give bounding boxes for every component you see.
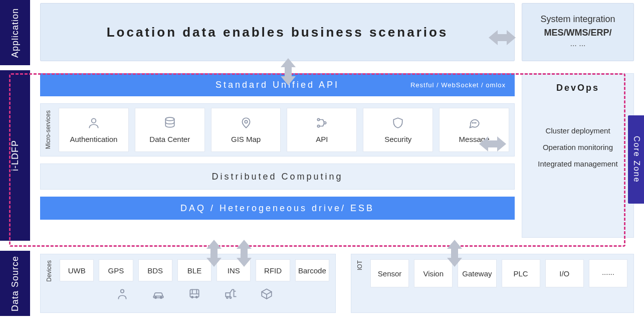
service-card: Security [363,108,433,152]
service-label: Message [459,135,490,143]
service-label: Security [384,135,411,143]
bus-icon [188,287,201,303]
service-label: GIS Map [231,135,261,143]
service-card: API [287,108,357,152]
user-icon [87,116,100,131]
service-card: Authentication [59,108,129,152]
core-zone-tab: Core Zone [628,115,644,204]
layer-label-application: Application [0,0,30,65]
integration-line2: MES/WMS/ERP/ [544,28,611,38]
service-card: Data Center [135,108,205,152]
shield-icon [391,116,404,131]
system-integration-panel: System integration MES/WMS/ERP/ ··· ··· [522,3,634,61]
api-bar-subtitle: Restful / WebSocket / omlox [410,81,506,89]
device-card: BDS [138,259,172,281]
micro-services-label: Micro-services [43,109,54,150]
iot-card: Gateway [458,259,496,287]
svg-point-17 [227,297,228,298]
devops-title: DevOps [556,83,599,93]
api-bar: Standard Unified API Restful / WebSocket… [40,73,515,96]
svg-point-6 [472,122,473,123]
daq-bar-text: DAQ / Heterogeneous drive/ ESB [180,203,374,214]
car-icon [152,287,165,303]
map-pin-icon [240,116,253,131]
chat-icon [468,116,481,131]
svg-point-18 [230,297,231,298]
service-card: Message [439,108,509,152]
svg-rect-16 [226,293,230,297]
iot-card: I/O [545,259,584,287]
service-card: GIS Map [211,108,281,152]
device-card: BLE [177,259,211,281]
svg-point-8 [476,122,476,123]
iot-card: Sensor [370,259,409,287]
device-card: Barcode [295,259,329,281]
devops-item: Cluster deployment [545,126,610,135]
application-headline: Location data enables business scenarios [107,25,449,40]
layer-label-ildfp: i-LDFP [0,70,30,241]
database-icon [163,116,176,131]
application-headline-panel: Location data enables business scenarios [40,3,515,61]
daq-bar: DAQ / Heterogeneous drive/ ESB [40,197,515,220]
micro-services-row: Micro-services Authentication Data Cente… [40,103,515,156]
service-label: Authentication [70,135,117,143]
device-card: GPS [99,259,133,281]
distributed-computing-bar: Distributed Computing [40,164,515,190]
svg-point-1 [165,117,174,121]
devices-panel: Devices UWBGPSBDSBLEINSRFIDBarcode [40,254,336,313]
devops-panel: DevOps Cluster deploymentOperation monit… [522,73,634,238]
layer-label-datasource: Data Source [0,251,30,316]
iot-card: PLC [502,259,540,287]
devops-item: Operation monitoring [543,143,613,151]
device-card: UWB [60,259,94,281]
iot-card: Vision [414,259,453,287]
person-icon [116,287,129,303]
distributed-computing-text: Distributed Computing [211,172,343,182]
device-card: RFID [256,259,290,281]
svg-rect-13 [190,289,198,297]
service-label: API [316,135,328,143]
iot-label: IOT [354,259,365,271]
devices-label: Devices [44,259,55,283]
device-card: INS [217,259,251,281]
integration-line1: System integration [540,14,615,25]
forklift-icon [224,287,237,303]
api-bar-title: Standard Unified API [216,80,339,90]
svg-point-4 [324,122,326,124]
iot-card: ······ [589,259,627,287]
core-zone-label: Core Zone [632,136,641,183]
svg-point-0 [92,118,96,123]
iot-panel: IOT SensorVisionGatewayPLCI/O······ [351,254,634,313]
svg-point-2 [245,120,247,123]
svg-point-9 [121,289,124,293]
svg-point-7 [474,122,475,123]
devops-item: Integrated management [538,159,617,168]
box-icon [260,287,273,303]
api-icon [315,116,328,131]
service-label: Data Center [149,135,190,143]
integration-line3: ··· ··· [570,41,585,50]
